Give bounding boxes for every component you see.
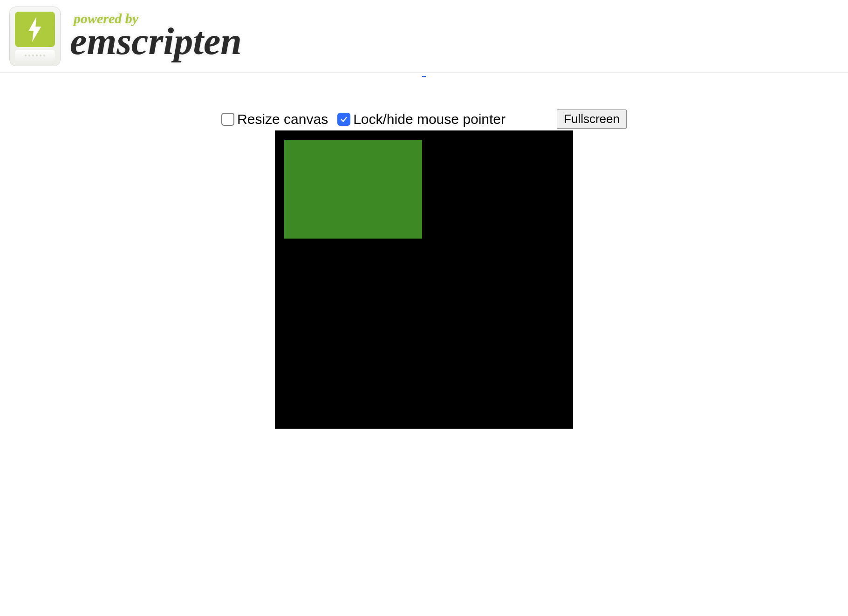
controls-row: Resize canvas Lock/hide mouse pointer Fu… xyxy=(0,82,848,130)
lock-pointer-label: Lock/hide mouse pointer xyxy=(353,111,506,127)
resize-canvas-control[interactable]: Resize canvas xyxy=(221,111,328,127)
game-sprite-rect xyxy=(284,140,422,239)
emscripten-logo-icon xyxy=(9,7,61,66)
fullscreen-button[interactable]: Fullscreen xyxy=(557,110,627,129)
logo-keyboard-strip xyxy=(15,50,55,61)
resize-canvas-label: Resize canvas xyxy=(237,111,328,127)
resize-canvas-checkbox[interactable] xyxy=(221,113,234,126)
emscripten-wordmark-icon: powered by emscripten xyxy=(70,7,266,68)
lightning-bolt-icon xyxy=(27,16,43,42)
lock-pointer-control[interactable]: Lock/hide mouse pointer xyxy=(337,111,506,127)
header: powered by emscripten xyxy=(0,0,848,73)
check-icon xyxy=(340,115,348,123)
canvas[interactable] xyxy=(275,130,573,429)
brand-text: emscripten xyxy=(70,20,242,62)
main-area: Resize canvas Lock/hide mouse pointer Fu… xyxy=(0,82,848,436)
lock-pointer-checkbox[interactable] xyxy=(337,113,350,126)
progress-indicator xyxy=(0,70,848,79)
logo-bolt-tile xyxy=(15,12,55,47)
wordmark: powered by emscripten xyxy=(70,5,266,68)
